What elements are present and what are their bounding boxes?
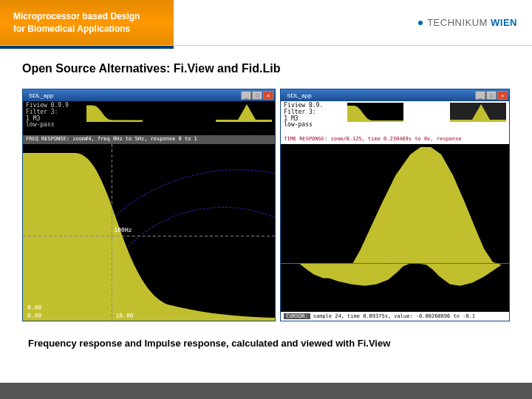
window-title: SDL_app: [282, 92, 311, 99]
titlebar[interactable]: SDL_app _ □ ×: [281, 89, 509, 101]
window-controls: _ □ ×: [241, 91, 273, 100]
titlebar[interactable]: SDL_app _ □ ×: [23, 89, 275, 101]
maximize-icon[interactable]: □: [252, 91, 262, 100]
logo-dot-icon: [418, 21, 423, 25]
maximize-icon[interactable]: □: [486, 91, 497, 100]
header-left-panel: Microprocessor based Design for Biomedic…: [0, 0, 174, 45]
status-bar: FREQ RESPONSE: zoom#4, freq 0Hz to 5Hz, …: [23, 135, 275, 144]
svg-text:10.00: 10.00: [115, 313, 133, 319]
window-title: SDL_app: [24, 92, 53, 99]
svg-text:100Hz: 100Hz: [114, 228, 132, 234]
university-logo: TECHNIKUM WIEN: [418, 17, 517, 28]
impulse-plot[interactable]: [281, 144, 509, 312]
header-underline: [0, 46, 532, 49]
slide-content: Open Source Alternatives: Fi.View and Fi…: [0, 49, 532, 356]
svg-text:0.00: 0.00: [27, 304, 41, 311]
freq-window: SDL_app _ □ × Fiview 0.9.9 Filter 3: 1 M…: [22, 89, 276, 321]
impulse-plot-svg: [281, 144, 509, 312]
freq-plot-svg: 100Hz 0.00 0.00 10.00: [23, 144, 275, 321]
header-bar: Microprocessor based Design for Biomedic…: [0, 0, 532, 46]
cursor-values: sample 24, time 0.09375s, value: -0.0026…: [313, 313, 475, 319]
impulse-window: SDL_app _ □ × Fiview 0.9. Filter 3: 1 M3…: [280, 89, 510, 321]
window-controls: _ □ ×: [475, 91, 508, 100]
mini-freq-thumb: [347, 103, 403, 122]
mini-impulse-thumb: [216, 103, 272, 122]
info-filter-type: low-pass: [26, 122, 272, 129]
header-right-panel: TECHNIKUM WIEN: [174, 0, 532, 45]
status-bar: TIME RESPONSE: zoom/0.125, time 0.230469…: [281, 135, 509, 144]
course-title: Microprocessor based Design for Biomedic…: [13, 10, 140, 35]
filter-info-panel: Fiview 0.9.9 Filter 3: 1 M3 low-pass: [23, 101, 275, 135]
minimize-icon[interactable]: _: [475, 91, 485, 100]
mini-freq-thumb: [86, 103, 143, 122]
cursor-label: CURSOR:: [284, 313, 310, 319]
footer-bar: [0, 383, 532, 399]
course-title-line1: Microprocessor based Design: [13, 11, 140, 21]
close-icon[interactable]: ×: [263, 91, 273, 100]
freq-plot[interactable]: 100Hz 0.00 0.00 10.00: [23, 144, 275, 321]
svg-text:0.00: 0.00: [27, 313, 41, 319]
filter-info-panel: Fiview 0.9. Filter 3: 1 M3 low-pass: [281, 101, 509, 135]
slide-caption: Frequency response and Impulse response,…: [22, 338, 510, 349]
logo-text: TECHNIKUM WIEN: [427, 17, 517, 28]
info-filter-type: low-pass: [284, 122, 506, 129]
cursor-bar: CURSOR: sample 24, time 0.09375s, value:…: [281, 312, 509, 321]
slide-title: Open Source Alternatives: Fi.View and Fi…: [22, 62, 510, 75]
minimize-icon[interactable]: _: [241, 91, 251, 100]
course-title-line2: for Biomedical Applications: [13, 24, 130, 34]
close-icon[interactable]: ×: [497, 91, 508, 100]
mini-impulse-thumb: [450, 103, 506, 122]
screenshot-row: SDL_app _ □ × Fiview 0.9.9 Filter 3: 1 M…: [22, 89, 510, 321]
